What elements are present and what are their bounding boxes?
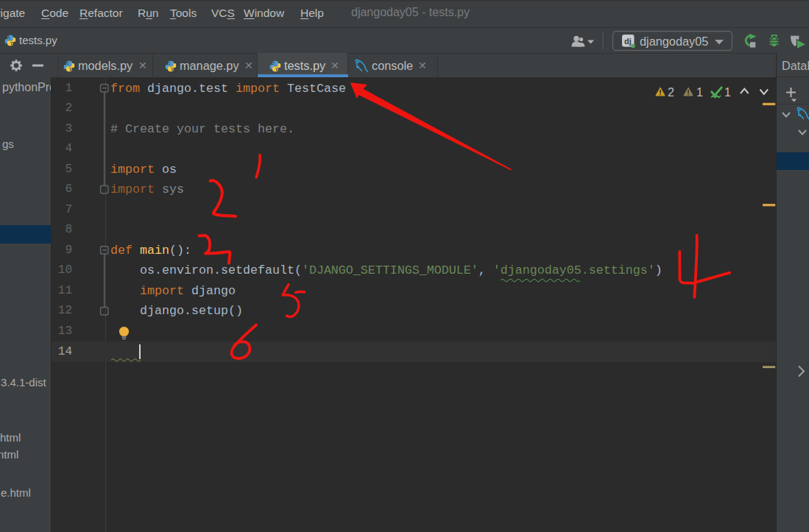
svg-text:dj: dj bbox=[624, 37, 632, 46]
svg-text:djangoday05: djangoday05 bbox=[640, 35, 708, 48]
svg-text:2: 2 bbox=[668, 86, 674, 99]
svg-text:1: 1 bbox=[696, 86, 703, 99]
svg-text:1: 1 bbox=[724, 86, 731, 99]
